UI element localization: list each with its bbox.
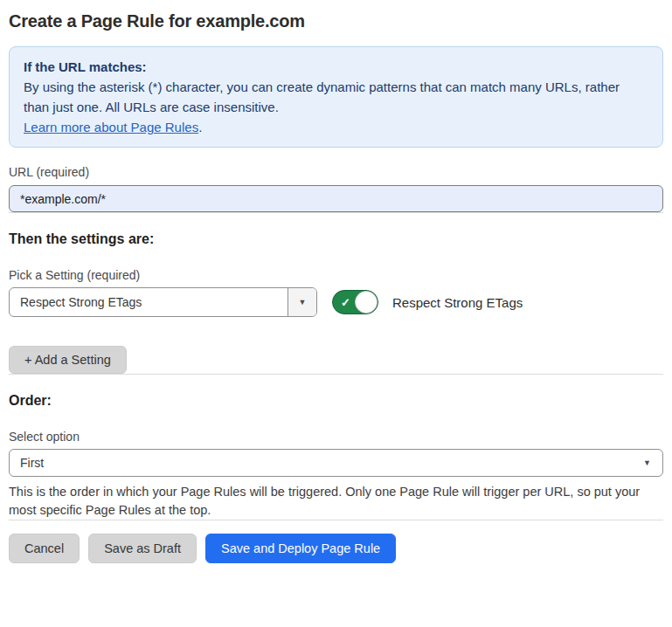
setting-dropdown-value: Respect Strong ETags — [10, 288, 288, 316]
url-match-info-box: If the URL matches: By using the asteris… — [9, 46, 663, 148]
create-page-rule-form: Create a Page Rule for example.com If th… — [0, 0, 672, 563]
order-section-heading: Order: — [9, 393, 663, 409]
save-draft-button[interactable]: Save as Draft — [88, 534, 197, 563]
settings-section-heading: Then the settings are: — [9, 231, 663, 247]
cancel-button[interactable]: Cancel — [9, 534, 80, 563]
order-select-value: First — [20, 456, 44, 470]
info-box-body: By using the asterisk (*) character, you… — [24, 77, 635, 117]
url-input[interactable] — [9, 185, 663, 212]
setting-row: Respect Strong ETags ▼ ✓ Respect Strong … — [9, 287, 663, 317]
setting-dropdown[interactable]: Respect Strong ETags ▼ — [9, 287, 317, 317]
check-icon: ✓ — [341, 296, 350, 309]
link-suffix: . — [198, 120, 202, 134]
add-setting-button[interactable]: + Add a Setting — [9, 346, 127, 374]
caret-down-icon: ▼ — [299, 299, 307, 307]
toggle-knob — [355, 291, 378, 314]
setting-toggle-label: Respect Strong ETags — [392, 295, 523, 310]
section-divider — [9, 520, 663, 520]
pick-setting-label: Pick a Setting (required) — [9, 268, 663, 282]
order-help-text: This is the order in which your Page Rul… — [9, 483, 663, 520]
section-divider — [9, 212, 663, 213]
url-field-label: URL (required) — [9, 165, 663, 179]
page-title: Create a Page Rule for example.com — [9, 11, 663, 31]
info-box-link-line: Learn more about Page Rules. — [24, 117, 648, 137]
setting-dropdown-button[interactable]: ▼ — [288, 288, 316, 316]
order-select[interactable]: First ▼ — [9, 449, 663, 477]
caret-down-icon: ▼ — [643, 459, 651, 467]
section-divider — [9, 374, 663, 375]
learn-more-link[interactable]: Learn more about Page Rules — [24, 120, 198, 134]
form-actions: Cancel Save as Draft Save and Deploy Pag… — [9, 534, 663, 563]
order-select-label: Select option — [9, 430, 663, 444]
setting-toggle[interactable]: ✓ — [332, 290, 378, 314]
save-deploy-button[interactable]: Save and Deploy Page Rule — [205, 534, 396, 563]
info-box-heading: If the URL matches: — [24, 57, 648, 77]
